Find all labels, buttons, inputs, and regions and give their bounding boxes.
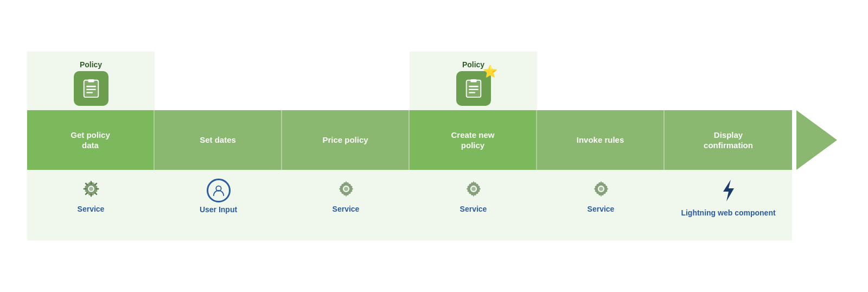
step4-gear-icon: [463, 179, 484, 202]
step1-label: Get policy data: [27, 110, 155, 170]
step-set-dates: Set dates User Input: [155, 52, 282, 240]
step4-label: Create new policy: [410, 110, 537, 170]
step6-lightning-icon: [719, 179, 738, 206]
step-invoke-rules: Invoke rules Service: [537, 52, 665, 240]
star-badge: ⭐: [483, 66, 497, 78]
policy-clipboard-icon-2: [463, 78, 484, 99]
step4-service-label: Service: [460, 204, 487, 214]
step1-service-label: Service: [78, 204, 105, 214]
step1-icon-label: Policy: [80, 60, 102, 69]
svg-point-9: [89, 187, 93, 191]
arrow-head-top-space: [792, 52, 841, 110]
svg-marker-23: [723, 180, 734, 201]
step5-service-label: Service: [588, 204, 615, 214]
arrow-head-container: [792, 52, 841, 240]
step-get-policy-data: Policy Get policy data: [27, 52, 155, 240]
lightning-bolt-icon: [719, 179, 738, 202]
gear-svg-3: [336, 179, 356, 199]
step3-bottom: Service: [282, 170, 410, 240]
step5-label: Invoke rules: [537, 110, 665, 170]
step2-top: [155, 52, 282, 110]
policy-clipboard-icon: [81, 78, 101, 99]
step6-label: Display confirmation: [665, 110, 792, 170]
step3-service-label: Service: [333, 204, 360, 214]
step4-icon-label: Policy: [462, 60, 484, 69]
diagram-container: Policy Get policy data: [11, 41, 857, 251]
arrow-tip: [796, 110, 837, 170]
step5-gear-icon: [591, 179, 611, 202]
gear-svg-4: [463, 179, 484, 199]
svg-rect-0: [84, 80, 98, 97]
step2-bottom: User Input: [155, 170, 282, 240]
svg-rect-13: [466, 80, 481, 97]
step1-top: Policy: [27, 52, 155, 110]
step-display-confirmation: Display confirmation Lightning web compo…: [665, 52, 792, 240]
step6-bottom: Lightning web component: [665, 170, 792, 240]
step3-label: Price policy: [282, 110, 410, 170]
main-flow: Policy Get policy data: [27, 52, 841, 240]
step2-label: Set dates: [155, 110, 282, 170]
step1-bottom: Service: [27, 170, 155, 240]
step-price-policy: Price policy Service: [282, 52, 410, 240]
svg-rect-2: [88, 79, 94, 82]
svg-point-22: [599, 187, 603, 191]
step6-top: [665, 52, 792, 110]
step1-policy-icon: [74, 71, 108, 106]
step5-bottom: Service: [537, 170, 665, 240]
step1-gear-icon: [81, 179, 101, 202]
step4-top: Policy ⭐: [410, 52, 537, 110]
step2-service-label: User Input: [200, 205, 237, 214]
step6-service-label: Lightning web component: [681, 208, 775, 218]
step-create-new-policy: Policy ⭐ Create new policy: [410, 52, 537, 240]
user-person-icon: [212, 183, 226, 198]
step2-user-icon: [207, 179, 231, 202]
svg-rect-15: [470, 79, 476, 82]
svg-point-20: [471, 187, 476, 191]
step5-top: [537, 52, 665, 110]
step3-gear-icon: [336, 179, 356, 202]
svg-point-12: [344, 187, 348, 191]
step4-policy-icon: ⭐: [456, 71, 491, 106]
gear-svg-5: [591, 179, 611, 199]
gear-svg-1: [81, 179, 101, 199]
step3-top: [282, 52, 410, 110]
step4-bottom: Service: [410, 170, 537, 240]
